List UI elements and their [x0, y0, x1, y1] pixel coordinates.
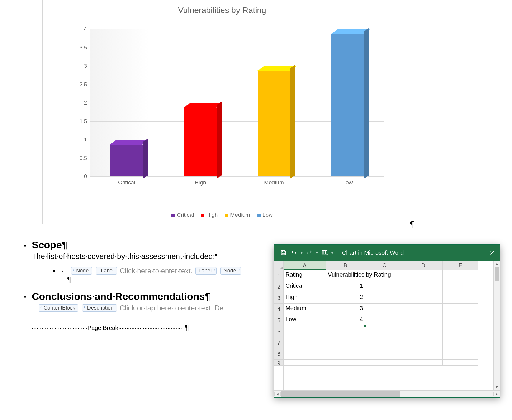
cell-E8[interactable] [443, 348, 478, 360]
cell-B3[interactable]: 2 [326, 292, 365, 304]
cell-D7[interactable] [404, 337, 443, 348]
cell-A8[interactable] [284, 348, 326, 360]
cell-D2[interactable] [404, 281, 443, 292]
legend-item-medium[interactable]: Medium [225, 212, 250, 218]
cell-A2[interactable]: Critical [284, 281, 326, 292]
column-header-C[interactable]: C [365, 261, 404, 270]
redo-icon[interactable] [305, 248, 314, 257]
vertical-scroll-thumb[interactable] [495, 267, 499, 281]
select-all-corner[interactable] [274, 261, 283, 270]
close-button[interactable] [485, 245, 500, 261]
save-icon[interactable] [279, 248, 288, 257]
cell-B2[interactable]: 1 [326, 281, 365, 292]
cell-A7[interactable] [284, 337, 326, 348]
undo-icon[interactable] [290, 248, 298, 257]
cell-A6[interactable] [284, 326, 326, 337]
cell-B1[interactable]: Vulnerabilities by Rating [326, 270, 365, 281]
horizontal-scroll-thumb[interactable] [281, 391, 400, 397]
row-header-4[interactable]: 4 [274, 304, 283, 315]
cell-D6[interactable] [404, 326, 443, 337]
cell-E4[interactable] [443, 304, 478, 315]
bar-low[interactable] [331, 29, 364, 176]
content-control-label-start[interactable]: Label [96, 267, 117, 275]
cell-D4[interactable] [404, 304, 443, 315]
cell-E3[interactable] [443, 292, 478, 304]
legend-item-low[interactable]: Low [257, 212, 273, 218]
content-control-contentblock-start[interactable]: ContentBlock [39, 304, 78, 312]
cell-B9[interactable] [326, 360, 365, 366]
content-control-placeholder[interactable]: Click·or·tap·here·to·enter·text. [120, 304, 212, 312]
cell-B4[interactable]: 3 [326, 304, 365, 315]
scroll-down-icon[interactable]: ▼ [494, 384, 500, 390]
chart-container[interactable]: Vulnerabilities by Rating 00.511.522.533… [42, 0, 402, 224]
undo-dropdown-icon[interactable]: ▼ [300, 251, 303, 254]
y-axis-tick: 0.5 [75, 155, 87, 161]
row-header-7[interactable]: 7 [274, 337, 283, 348]
cell-A5[interactable]: Low [284, 315, 326, 326]
column-header-A[interactable]: A [284, 261, 326, 270]
row-header-1[interactable]: 1 [274, 270, 283, 281]
cell-C8[interactable] [365, 348, 404, 360]
legend-item-critical[interactable]: Critical [171, 212, 194, 218]
cell-E1[interactable] [443, 270, 478, 281]
row-header-9[interactable]: 9 [274, 360, 283, 366]
cell-B8[interactable] [326, 348, 365, 360]
column-header-D[interactable]: D [404, 261, 443, 270]
chart-data-window[interactable]: ▼ ▼ ▼ Chart in Microsoft Word 123456789 … [274, 244, 500, 398]
cell-D5[interactable] [404, 315, 443, 326]
cell-E7[interactable] [443, 337, 478, 348]
content-control-node-end[interactable]: Node [220, 267, 241, 275]
cell-A4[interactable]: Medium [284, 304, 326, 315]
cell-C9[interactable] [365, 360, 404, 366]
scroll-up-icon[interactable]: ▲ [494, 261, 500, 267]
chart-grid-icon[interactable] [320, 248, 329, 257]
cell-A9[interactable] [284, 360, 326, 366]
scroll-right-icon[interactable]: ► [493, 392, 500, 396]
chart-data-titlebar[interactable]: ▼ ▼ ▼ Chart in Microsoft Word [274, 245, 500, 261]
spreadsheet-grid[interactable]: ABCDE RatingVulnerabilities by RatingCri… [284, 261, 493, 390]
qat-customize-dropdown-icon[interactable]: ▼ [331, 251, 334, 254]
cell-C1[interactable] [365, 270, 404, 281]
cell-C5[interactable] [365, 315, 404, 326]
column-header-E[interactable]: E [443, 261, 478, 270]
cell-C6[interactable] [365, 326, 404, 337]
cell-C4[interactable] [365, 304, 404, 315]
cell-B7[interactable] [326, 337, 365, 348]
bar-critical[interactable] [110, 140, 143, 176]
cell-A1[interactable]: Rating [284, 270, 326, 281]
row-header-8[interactable]: 8 [274, 348, 283, 360]
bar-high[interactable] [184, 103, 217, 176]
legend-item-high[interactable]: High [201, 212, 218, 218]
cell-D3[interactable] [404, 292, 443, 304]
row-header-2[interactable]: 2 [274, 281, 283, 292]
cell-A3[interactable]: High [284, 292, 326, 304]
x-axis-tick: Critical [118, 179, 135, 186]
cell-C3[interactable] [365, 292, 404, 304]
content-control-node-start[interactable]: Node [71, 267, 92, 275]
y-axis-tick: 2.5 [75, 81, 87, 87]
vertical-scrollbar[interactable]: ▲ ▼ [493, 261, 500, 390]
row-header-6[interactable]: 6 [274, 326, 283, 337]
cell-E2[interactable] [443, 281, 478, 292]
redo-dropdown-icon[interactable]: ▼ [316, 251, 318, 254]
content-control-placeholder[interactable]: Click·here·to·enter·text. [120, 267, 193, 275]
cell-E5[interactable] [443, 315, 478, 326]
cell-D1[interactable] [404, 270, 443, 281]
cell-D9[interactable] [404, 360, 443, 366]
horizontal-scrollbar[interactable]: ◄ ► [274, 390, 500, 397]
cell-C2[interactable] [365, 281, 404, 292]
cell-D8[interactable] [404, 348, 443, 360]
scroll-left-icon[interactable]: ◄ [274, 392, 281, 396]
cell-E6[interactable] [443, 326, 478, 337]
content-control-description-end-truncated[interactable]: De [214, 304, 224, 312]
cell-B6[interactable] [326, 326, 365, 337]
content-control-description-start[interactable]: Description [82, 304, 117, 312]
cell-B5[interactable]: 4 [326, 315, 365, 326]
bar-medium[interactable] [258, 66, 290, 176]
cell-E9[interactable] [443, 360, 478, 366]
column-header-B[interactable]: B [326, 261, 365, 270]
cell-C7[interactable] [365, 337, 404, 348]
row-header-5[interactable]: 5 [274, 315, 283, 326]
row-header-3[interactable]: 3 [274, 292, 283, 304]
content-control-label-end[interactable]: Label [195, 267, 217, 275]
